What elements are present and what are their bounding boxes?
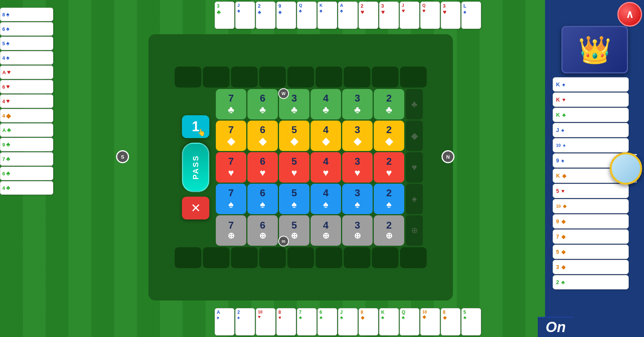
list-item[interactable]: 9 ◆ bbox=[553, 214, 629, 229]
table-row[interactable]: 2 ♥ bbox=[374, 152, 404, 183]
slot bbox=[316, 67, 342, 87]
list-item[interactable]: 8 ♠ bbox=[0, 8, 53, 21]
list-item[interactable]: K ♣ bbox=[553, 108, 629, 122]
table-row[interactable]: 3 ♣ bbox=[342, 89, 373, 119]
list-item[interactable]: 5 ♠ bbox=[0, 37, 53, 50]
list-item[interactable]: 3 ♥ bbox=[441, 2, 461, 29]
slot bbox=[316, 247, 342, 268]
list-item[interactable]: 5 ♣ bbox=[461, 308, 481, 335]
table-row[interactable]: W 3 ♣ bbox=[279, 89, 309, 119]
red-circle-button[interactable]: ∧ bbox=[617, 2, 642, 27]
list-item[interactable]: 3 ◆ bbox=[553, 260, 629, 274]
table-row[interactable]: 6 ♣ bbox=[247, 89, 278, 119]
list-item[interactable]: 9 ♣ bbox=[0, 138, 53, 151]
pass-button[interactable]: PASS bbox=[182, 143, 209, 192]
table-row[interactable]: 6 ⊕ bbox=[247, 215, 278, 246]
table-row[interactable]: 2 ♠ bbox=[374, 184, 404, 214]
list-item[interactable]: J ♣ bbox=[338, 308, 358, 335]
table-row[interactable]: 3 ♥ bbox=[342, 152, 373, 183]
table-row[interactable]: 2 ⊕ bbox=[374, 215, 404, 246]
list-item[interactable]: 8 ◆ bbox=[441, 308, 461, 335]
table-row[interactable]: 2 ♣ bbox=[374, 89, 404, 119]
list-item[interactable]: 10 ◆ bbox=[420, 308, 440, 335]
table-row[interactable]: 2 ◆ bbox=[374, 121, 404, 151]
table-row[interactable]: 3 ♠ bbox=[342, 184, 373, 214]
table-row[interactable]: 4 ♠ bbox=[311, 184, 341, 214]
list-item[interactable]: 10 ♠ bbox=[553, 138, 629, 153]
table-row[interactable]: 7 ⊕ bbox=[216, 215, 246, 246]
list-item[interactable]: K ♥ bbox=[553, 92, 629, 107]
table-row[interactable]: 7 ♥ bbox=[216, 152, 246, 183]
list-item[interactable]: 2 ♠ bbox=[256, 2, 276, 29]
list-item[interactable]: A ♠ bbox=[338, 2, 358, 29]
list-item[interactable]: J ♥ bbox=[400, 2, 419, 29]
list-item[interactable]: 5 ♥ bbox=[553, 184, 629, 198]
list-item[interactable]: Q ♥ bbox=[420, 2, 440, 29]
table-row[interactable]: 6 ♥ bbox=[247, 152, 278, 183]
table-row[interactable]: 7 ♣ bbox=[216, 89, 246, 119]
list-item[interactable]: 2 ♠ bbox=[235, 308, 255, 335]
list-item[interactable]: A ♥ bbox=[0, 65, 53, 79]
table-row[interactable]: 4 ♥ bbox=[311, 152, 341, 183]
slot bbox=[400, 247, 427, 268]
game-board: 1 👆 PASS ✕ 7 ♣ bbox=[148, 34, 453, 300]
slot bbox=[259, 247, 286, 268]
list-item[interactable]: J ♠ bbox=[235, 2, 255, 29]
table-row[interactable]: 6 ◆ bbox=[247, 121, 278, 151]
list-item[interactable]: Q ♠ bbox=[297, 2, 317, 29]
table-row[interactable]: 4 ◆ bbox=[311, 121, 341, 151]
table-row[interactable]: 6 ♠ bbox=[247, 184, 278, 214]
top-slots bbox=[175, 67, 427, 87]
table-row[interactable]: 5 ♠ bbox=[279, 184, 309, 214]
list-item[interactable]: 10 ◆ bbox=[553, 199, 629, 213]
list-item[interactable]: 2 ♥ bbox=[359, 2, 378, 29]
list-item[interactable]: 6 ♣ bbox=[317, 308, 337, 335]
list-item[interactable]: 4 ♠ bbox=[0, 51, 53, 65]
list-item[interactable]: 3 ♥ bbox=[379, 2, 399, 29]
on-text: On bbox=[546, 319, 566, 335]
list-item[interactable]: 8 ◆ bbox=[359, 308, 378, 335]
list-item[interactable]: L ♠ bbox=[461, 2, 481, 29]
list-item[interactable]: A ♣ bbox=[0, 123, 53, 137]
list-item[interactable]: 4 ♥ bbox=[0, 94, 53, 108]
main-grid: 7 ♣ 6 ♣ W 3 ♣ 4 ♣ bbox=[216, 89, 423, 246]
list-item[interactable]: 6 ♣ bbox=[0, 167, 53, 180]
list-item[interactable]: 5 ◆ bbox=[553, 245, 629, 259]
table-row[interactable]: 5 ◆ bbox=[279, 121, 309, 151]
player1-button[interactable]: 1 👆 bbox=[182, 115, 209, 138]
table-row[interactable]: 4 ⊕ bbox=[311, 215, 341, 246]
list-item[interactable]: J ♠ bbox=[553, 123, 629, 137]
list-item[interactable]: 6 ♥ bbox=[0, 80, 53, 94]
list-item[interactable]: K ♠ bbox=[553, 77, 629, 92]
king-icon: 👑 bbox=[578, 34, 611, 65]
scroll-wheel[interactable] bbox=[610, 153, 642, 185]
table-row[interactable]: 5 ♥ bbox=[279, 152, 309, 183]
list-item[interactable]: K ♣ bbox=[379, 308, 399, 335]
table-row[interactable]: 3 ⊕ bbox=[342, 215, 373, 246]
table-row[interactable]: 7 ◆ bbox=[216, 121, 246, 151]
list-item[interactable]: 7 ♣ bbox=[297, 308, 317, 335]
list-item[interactable]: 7 ♣ bbox=[0, 152, 53, 166]
table-row[interactable]: 3 ◆ bbox=[342, 121, 373, 151]
list-item[interactable]: 6 ♠ bbox=[0, 22, 53, 36]
table-row[interactable]: 4 ♣ bbox=[311, 89, 341, 119]
left-hand: 8 ♠ 6 ♠ 5 ♠ 4 ♠ A ♥ 6 ♥ 4 ♥ 4 ◆ A ♣ 9 ♣ … bbox=[0, 8, 67, 195]
list-item[interactable]: 4 ◆ bbox=[0, 109, 53, 122]
right-panel: Z ∧ 👑 K ♠ K ♥ K ♣ J ♠ 10 ♠ 9 ♠ bbox=[545, 0, 644, 337]
list-item[interactable]: Q ♣ bbox=[400, 308, 419, 335]
list-item[interactable]: 3 ♣ bbox=[215, 2, 234, 29]
list-item[interactable]: 4 ♣ bbox=[0, 181, 53, 195]
slot bbox=[372, 67, 399, 87]
slot bbox=[400, 67, 427, 87]
list-item[interactable]: 2 ♣ bbox=[553, 275, 629, 289]
list-item[interactable]: 10 ♥ bbox=[256, 308, 276, 335]
list-item[interactable]: 7 ◆ bbox=[553, 229, 629, 244]
list-item[interactable]: 8 ♥ bbox=[276, 308, 296, 335]
chevron-up-icon: ∧ bbox=[626, 8, 634, 21]
table-row[interactable]: 7 ♠ bbox=[216, 184, 246, 214]
list-item[interactable]: 9 ♠ bbox=[276, 2, 296, 29]
list-item[interactable]: A ♠ bbox=[215, 308, 234, 335]
cancel-button[interactable]: ✕ bbox=[182, 197, 209, 219]
list-item[interactable]: K ♠ bbox=[317, 2, 337, 29]
table-row[interactable]: m 5 ⊕ bbox=[279, 215, 309, 246]
